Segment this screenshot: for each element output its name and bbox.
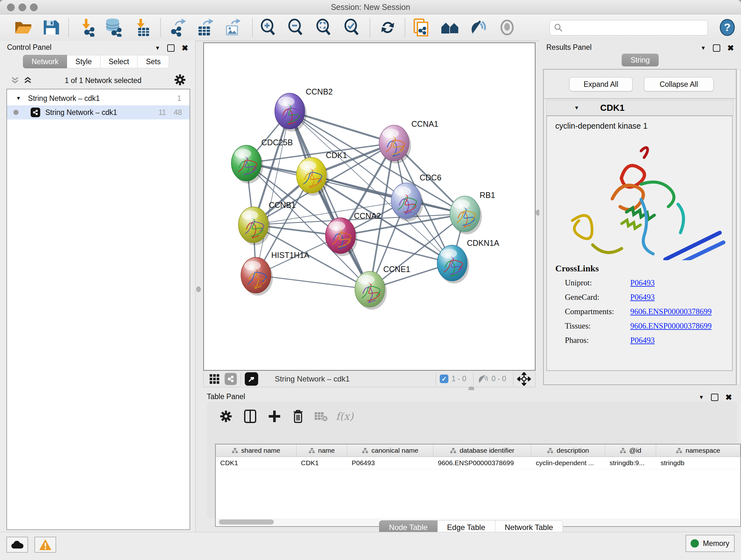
export-image-button[interactable] — [222, 17, 243, 38]
function-builder-icon[interactable]: f(x) — [336, 408, 354, 425]
table-cell[interactable]: stringdb:9... — [605, 457, 656, 469]
network-edge[interactable] — [256, 275, 370, 289]
column-header-name[interactable]: name — [296, 444, 347, 456]
table-cell[interactable]: 9606.ENSP00000378699 — [433, 457, 531, 469]
tab-sets[interactable]: Sets — [138, 55, 169, 68]
save-session-button[interactable] — [40, 17, 61, 38]
export-table-button[interactable] — [195, 17, 216, 38]
search-box[interactable] — [549, 20, 708, 36]
add-column-icon[interactable] — [266, 408, 283, 425]
search-input[interactable] — [566, 23, 708, 32]
tab-style[interactable]: Style — [67, 55, 100, 68]
warnings-button[interactable] — [35, 537, 56, 553]
show-all-networks-button[interactable] — [440, 17, 461, 38]
network-edge[interactable] — [290, 111, 370, 289]
crosslink-link[interactable]: 9606.ENSP00000378699 — [630, 321, 712, 330]
expand-all-networks-icon[interactable] — [23, 77, 32, 84]
cloud-status-button[interactable] — [6, 537, 28, 553]
table-cell[interactable]: CDK1 — [216, 457, 296, 469]
table-cell[interactable]: cyclin-dependent ... — [531, 457, 605, 469]
left-splitter-handle[interactable] — [196, 287, 201, 292]
network-node-HIST1H1A[interactable]: HIST1H1A — [241, 251, 310, 296]
delete-column-icon[interactable] — [289, 408, 307, 425]
results-scrollbar[interactable] — [737, 69, 740, 385]
network-row-selected[interactable]: String Network – cdk1 11 48 — [7, 105, 190, 119]
show-columns-icon[interactable] — [241, 408, 259, 425]
network-node-CDK1[interactable]: CDK1 — [296, 151, 347, 196]
crosslink-row: Compartments:9606.ENSP00000378699 — [547, 304, 732, 319]
import-network-from-file-button[interactable] — [76, 17, 97, 38]
crosslink-link[interactable]: P06493 — [630, 278, 655, 287]
zoom-in-button[interactable] — [258, 17, 279, 38]
table-cell[interactable]: P06493 — [347, 457, 433, 469]
memory-status-dot — [690, 539, 699, 548]
string-style-badge[interactable] — [225, 373, 237, 385]
network-node-CDKN1A[interactable]: CDKN1A — [437, 239, 499, 284]
table-panel-float-button[interactable]: ▼ — [698, 395, 704, 400]
column-header-shared-name[interactable]: shared name — [216, 444, 296, 456]
help-button[interactable]: ? — [717, 17, 738, 38]
collapse-all-button[interactable]: Collapse All — [644, 77, 714, 91]
crosslink-link[interactable]: 9606.ENSP00000378699 — [630, 307, 712, 316]
column-header-label: @id — [629, 447, 642, 454]
inactive-eye-button[interactable] — [496, 17, 518, 38]
crosslink-link[interactable]: P06493 — [630, 336, 655, 345]
collection-expand-icon[interactable]: ▼ — [16, 96, 21, 101]
delete-table-icon[interactable] — [312, 408, 330, 425]
table-cell[interactable]: stringdb — [656, 457, 740, 469]
collapse-all-networks-icon[interactable] — [11, 77, 19, 84]
network-collection-label: String Network – cdk1 — [28, 94, 177, 103]
grid-view-icon[interactable] — [209, 374, 219, 384]
hide-unhide-button[interactable] — [468, 17, 489, 38]
column-header-database-identifier[interactable]: database identifier — [433, 444, 531, 456]
node-result-expand-icon[interactable]: ▼ — [574, 105, 579, 111]
tab-network[interactable]: Network — [23, 55, 67, 68]
network-node-RB1[interactable]: RB1 — [450, 191, 495, 234]
apply-layout-button[interactable] — [377, 17, 398, 38]
column-header-canonical-name[interactable]: canonical name — [347, 444, 433, 456]
network-view-canvas[interactable]: CCNB2CCNA1CDC25BCDK1CDC6RB1CCNB1CCNA2CDK… — [203, 43, 536, 371]
network-node-CDC6[interactable]: CDC6 — [391, 173, 441, 221]
column-header-namespace[interactable]: namespace — [656, 444, 740, 456]
network-options-gear-icon[interactable] — [174, 74, 186, 87]
table-row[interactable]: CDK1CDK1P064939606.ENSP00000378699cyclin… — [216, 457, 740, 469]
results-panel-close-button[interactable]: ✖ — [727, 44, 734, 52]
table-panel-maximize-button[interactable] — [711, 394, 718, 401]
network-node-CCNE1[interactable]: CCNE1 — [355, 265, 410, 310]
open-session-button[interactable] — [13, 17, 34, 38]
node-result-header[interactable]: ▼ CDK1 — [546, 100, 733, 116]
control-panel-title: Control Panel — [7, 43, 51, 52]
column-header--id[interactable]: @id — [605, 444, 656, 456]
zoom-selected-icon — [343, 18, 361, 37]
results-panel-float-button[interactable]: ▼ — [700, 45, 706, 51]
hidden-eye-icon[interactable] — [477, 374, 488, 383]
expand-all-button[interactable]: Expand All — [569, 77, 632, 91]
control-panel-float-button[interactable]: ▼ — [155, 45, 160, 51]
zoom-out-button[interactable] — [285, 17, 307, 38]
tab-select[interactable]: Select — [100, 55, 138, 68]
open-in-browser-button[interactable] — [245, 372, 258, 386]
clone-network-button[interactable] — [411, 17, 432, 38]
table-options-gear-icon[interactable] — [217, 408, 235, 425]
memory-button[interactable]: Memory — [685, 535, 735, 552]
network-node-CCNB2[interactable]: CCNB2 — [275, 87, 333, 132]
homes-icon — [441, 19, 460, 36]
network-collection-row[interactable]: ▼ String Network – cdk1 1 — [7, 91, 190, 105]
table-panel-close-button[interactable]: ✖ — [725, 393, 732, 401]
table-cell[interactable]: CDK1 — [296, 457, 347, 469]
import-table-from-file-button[interactable] — [131, 17, 152, 38]
zoom-selected-button[interactable] — [341, 17, 362, 38]
selected-nodes-checkbox[interactable]: ✓ — [440, 374, 448, 383]
export-network-button[interactable] — [167, 17, 188, 38]
tab-string-results[interactable]: String — [622, 54, 659, 66]
column-header-description[interactable]: description — [531, 444, 605, 456]
zoom-fit-button[interactable] — [313, 17, 334, 38]
network-node-CDC25B[interactable]: CDC25B — [231, 138, 293, 184]
results-panel-maximize-button[interactable] — [713, 44, 720, 52]
import-network-from-database-button[interactable] — [103, 17, 124, 38]
control-panel-maximize-button[interactable] — [167, 44, 175, 52]
birdseye-view-icon[interactable] — [517, 372, 531, 386]
results-content-box: Expand All Collapse All ▼ CDK1 cyclin-de… — [543, 69, 737, 385]
crosslink-link[interactable]: P06493 — [630, 293, 655, 302]
control-panel-close-button[interactable]: ✖ — [182, 44, 188, 52]
